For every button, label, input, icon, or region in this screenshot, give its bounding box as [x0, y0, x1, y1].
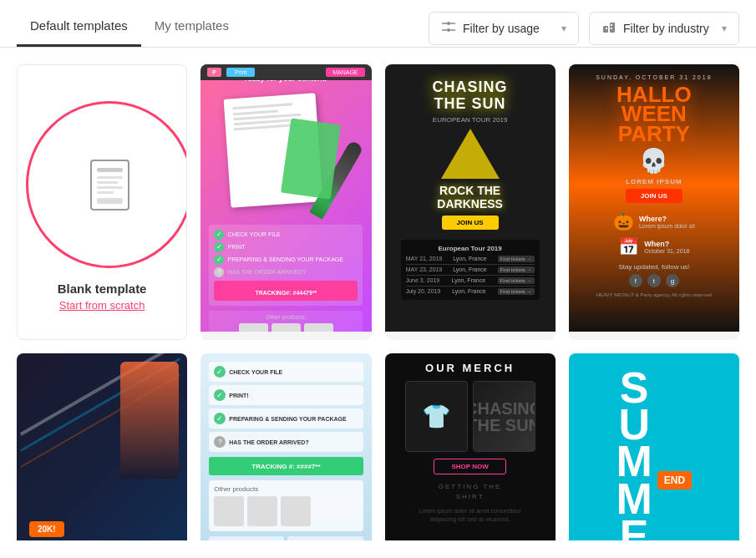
tab-my-label: My templates: [155, 18, 229, 33]
svg-point-1: [447, 28, 450, 32]
template-ship[interactable]: ✓ CHECK YOUR FILE ✓ PRINT! ✓ PREPARING &…: [200, 353, 371, 540]
rock-preview: ChasingThe Sun EUROPEAN TOUR 2019 ROCK T…: [385, 64, 556, 332]
template-fitness[interactable]: 20K! CONGRATS YOU RAN YOUR FIRST 20K! LO…: [17, 353, 187, 540]
template-summer[interactable]: SUMMER END collection: [569, 353, 739, 540]
filter-usage-icon: [441, 19, 456, 38]
svg-rect-12: [97, 168, 123, 172]
template-merch[interactable]: Our Merch 👕 Chasingthe Sun SHOP NOW GETT…: [385, 353, 556, 540]
blank-template-label: Blank template: [58, 282, 147, 296]
start-from-scratch-link[interactable]: Start from scratch: [59, 299, 145, 312]
filter-usage-button[interactable]: Filter by usage ▾: [429, 12, 579, 45]
svg-rect-16: [97, 191, 114, 194]
tab-my-templates[interactable]: My templates: [141, 10, 242, 47]
summer-preview: SUMMER END collection: [569, 353, 739, 540]
blank-card-circle: [26, 101, 187, 268]
filter-industry-icon: [601, 19, 616, 38]
template-grid: Blank template Start from scratch P Prin…: [0, 48, 756, 540]
template-blank[interactable]: Blank template Start from scratch: [17, 64, 187, 340]
svg-rect-14: [97, 181, 118, 184]
svg-rect-13: [97, 176, 123, 179]
svg-rect-10: [611, 28, 612, 29]
tabs: Default templates My templates: [17, 10, 242, 47]
filters: Filter by usage ▾ Filter by industry: [429, 12, 739, 45]
template-halloween[interactable]: SUNDAY, OCTOBER 31 2018 HALLOWEENPARTY 💀…: [569, 64, 739, 340]
fitness-preview: 20K! CONGRATS YOU RAN YOUR FIRST 20K! LO…: [17, 353, 187, 540]
chevron-down-icon: ▾: [722, 23, 727, 34]
filter-industry-button[interactable]: Filter by industry ▾: [589, 12, 739, 45]
svg-rect-15: [97, 186, 123, 189]
header: Default templates My templates: [0, 0, 756, 48]
svg-rect-9: [611, 24, 612, 26]
tab-default-label: Default templates: [30, 18, 128, 33]
svg-point-0: [447, 22, 450, 25]
svg-rect-8: [606, 28, 607, 29]
print-preview: P Print MANAGE I'm a new Text blockready…: [200, 64, 371, 332]
template-print[interactable]: P Print MANAGE I'm a new Text blockready…: [200, 64, 371, 340]
svg-rect-17: [97, 198, 123, 204]
filter-industry-label: Filter by industry: [623, 22, 709, 35]
tab-default-templates[interactable]: Default templates: [17, 10, 141, 47]
merch-preview: Our Merch 👕 Chasingthe Sun SHOP NOW GETT…: [385, 353, 556, 540]
chevron-down-icon: ▾: [561, 23, 566, 34]
halloween-preview: SUNDAY, OCTOBER 31 2018 HALLOWEENPARTY 💀…: [569, 64, 739, 332]
ship-preview: ✓ CHECK YOUR FILE ✓ PRINT! ✓ PREPARING &…: [200, 353, 371, 540]
template-rock[interactable]: ChasingThe Sun EUROPEAN TOUR 2019 ROCK T…: [385, 64, 556, 340]
filter-usage-label: Filter by usage: [463, 22, 540, 35]
